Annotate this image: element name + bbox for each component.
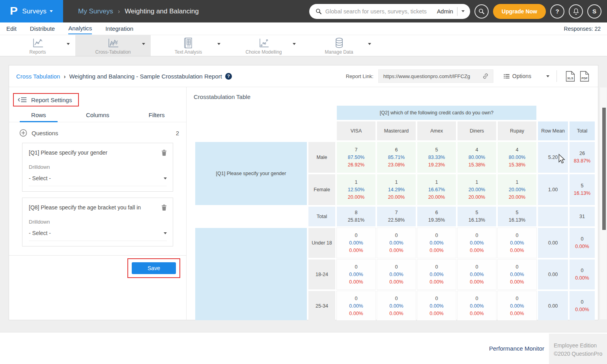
chevron-down-icon — [50, 10, 53, 12]
toolbar-item-label: Choice Modelling — [245, 49, 282, 55]
total-cell: 00.00% — [570, 291, 595, 320]
trash-icon — [161, 204, 167, 211]
question-card-q1: [Q1] Please specify your gender Drilldow… — [22, 143, 173, 192]
product-label: Surveys — [22, 7, 46, 15]
search-scope[interactable]: Admin — [437, 8, 453, 15]
toolbar-item-manage-data[interactable]: Manage Data — [301, 35, 377, 56]
tab-rows[interactable]: Rows — [9, 112, 68, 122]
breadcrumb-my-surveys[interactable]: My Surveys — [78, 7, 113, 15]
questions-label: Questions — [32, 130, 58, 136]
drilldown-select[interactable]: - Select - — [29, 175, 167, 186]
column-header: Diners — [458, 121, 496, 140]
row-mean-header: Row Mean — [538, 121, 568, 140]
help-button[interactable]: ? — [550, 4, 564, 19]
link-icon[interactable] — [482, 73, 489, 80]
delete-question-button[interactable] — [161, 204, 167, 212]
toolbar-item-cross-tabulation[interactable]: Cross-Tabulation — [75, 35, 151, 56]
table-cell: 00.00%0.00% — [458, 228, 496, 258]
tab-integration[interactable]: Integration — [105, 24, 133, 34]
questionpro-logo: P — [10, 5, 18, 17]
xls-label: XLS — [567, 76, 573, 80]
surveys-product-menu[interactable]: P Surveys — [0, 0, 63, 22]
table-row: [Q1] Please specify your gender Male 787… — [195, 142, 595, 173]
save-button[interactable]: Save — [132, 262, 176, 274]
table-cell: 00.00%0.00% — [337, 228, 375, 258]
tab-columns[interactable]: Columns — [68, 112, 127, 122]
options-label: Options — [512, 73, 531, 79]
tab-analytics[interactable]: Analytics — [68, 23, 92, 34]
delete-question-button[interactable] — [161, 149, 167, 157]
chevron-down-icon[interactable] — [67, 43, 70, 45]
divider — [557, 70, 557, 82]
column-header: Mastercard — [377, 121, 416, 140]
question-card-q8: [Q8] Please specify the age bracket you … — [22, 198, 173, 246]
table-cell: 685.71%23.08% — [377, 142, 416, 173]
table-header-row: [Q2] which of the following credit cards… — [195, 106, 595, 120]
toolbar-item-choice-modelling[interactable]: Choice Modelling — [226, 35, 301, 56]
export-xls-button[interactable]: XLS — [566, 71, 575, 82]
tab-edit[interactable]: Edit — [6, 24, 17, 34]
total-cell: 00.00% — [570, 259, 595, 289]
chevron-down-icon[interactable] — [368, 43, 371, 45]
table-cell: 00.00%0.00% — [498, 259, 536, 289]
toolbar-item-label: Manage Data — [325, 49, 353, 55]
breadcrumb: My Surveys › Weighting and Balancing — [78, 7, 199, 15]
collapse-menu-icon[interactable] — [18, 96, 27, 103]
toolbar-item-text-analysis[interactable]: Text Analysis — [151, 35, 226, 56]
report-settings-title: Report Settings — [31, 97, 72, 103]
total-cell: 31 — [570, 207, 595, 226]
chevron-down-icon[interactable] — [293, 43, 296, 45]
bell-icon — [573, 8, 579, 15]
report-link-field[interactable]: https://www.questionpro.com/t/lFFCZg — [378, 69, 493, 83]
report-link-url[interactable]: https://www.questionpro.com/t/lFFCZg — [383, 73, 482, 79]
column-header: VISA — [337, 121, 375, 140]
report-title: Weighting and Balancing - Sample Crossta… — [69, 73, 222, 80]
search-input[interactable] — [325, 8, 433, 15]
multi-line-chart-icon — [107, 37, 119, 49]
scatter-chart-icon — [258, 37, 269, 49]
divider — [9, 255, 186, 256]
analytics-toolbar: Reports Cross-Tabulation Text Analysis C… — [0, 35, 607, 56]
tab-distribute[interactable]: Distribute — [30, 24, 55, 34]
question-text: [Q8] Please specify the age bracket you … — [29, 204, 161, 212]
row-label: 18-24 — [308, 259, 335, 289]
upgrade-now-button[interactable]: Upgrade Now — [493, 4, 546, 19]
performance-monitor-link[interactable]: Performance Monitor — [489, 345, 544, 352]
toolbar-item-reports[interactable]: Reports — [0, 35, 75, 56]
toolbar-item-label: Text Analysis — [175, 49, 202, 55]
table-cell: 787.50%26.92% — [337, 142, 375, 173]
export-pdf-button[interactable]: PDF — [580, 71, 589, 82]
add-question-icon[interactable] — [19, 129, 27, 137]
table-cell: 516.13% — [458, 207, 496, 226]
table-cell: 825.81% — [337, 207, 375, 226]
chevron-down-icon — [164, 232, 167, 234]
table-cell: 120.00%20.00% — [498, 174, 536, 205]
report-header-bar: Cross Tabulation › Weighting and Balanci… — [9, 65, 598, 87]
chevron-down-icon[interactable] — [142, 43, 145, 45]
total-cell: 516.13% — [570, 174, 595, 205]
chevron-down-icon[interactable] — [217, 43, 220, 45]
options-caret-icon[interactable] — [546, 75, 549, 77]
trash-icon — [161, 149, 167, 156]
breadcrumb-separator: › — [118, 8, 120, 15]
row-label: Under 18 — [308, 228, 335, 258]
drilldown-select[interactable]: - Select - — [29, 230, 167, 241]
options-menu[interactable]: Options — [504, 73, 531, 79]
cross-tabulation-link[interactable]: Cross Tabulation — [16, 73, 60, 80]
avatar[interactable]: S — [587, 4, 601, 19]
settings-tabs: Rows Columns Filters — [9, 112, 186, 122]
notifications-button[interactable] — [569, 4, 583, 19]
scrollbar-thumb[interactable] — [602, 108, 606, 230]
table-title: Crosstabulation Table — [194, 93, 598, 100]
search-scope-caret-icon[interactable] — [461, 10, 465, 12]
table-cell: 00.00%0.00% — [337, 291, 375, 320]
top-bar: P Surveys My Surveys › Weighting and Bal… — [0, 0, 607, 22]
database-icon — [334, 37, 344, 49]
global-search[interactable]: Admin — [309, 4, 470, 19]
total-cell: 2683.87% — [570, 142, 595, 173]
search-submit-button[interactable] — [474, 4, 489, 19]
tab-filters[interactable]: Filters — [127, 112, 186, 122]
help-badge-icon[interactable]: ? — [225, 73, 232, 80]
chevron-down-icon — [164, 177, 167, 179]
report-settings-panel: Report Settings Rows Columns Filters Que… — [9, 87, 187, 320]
